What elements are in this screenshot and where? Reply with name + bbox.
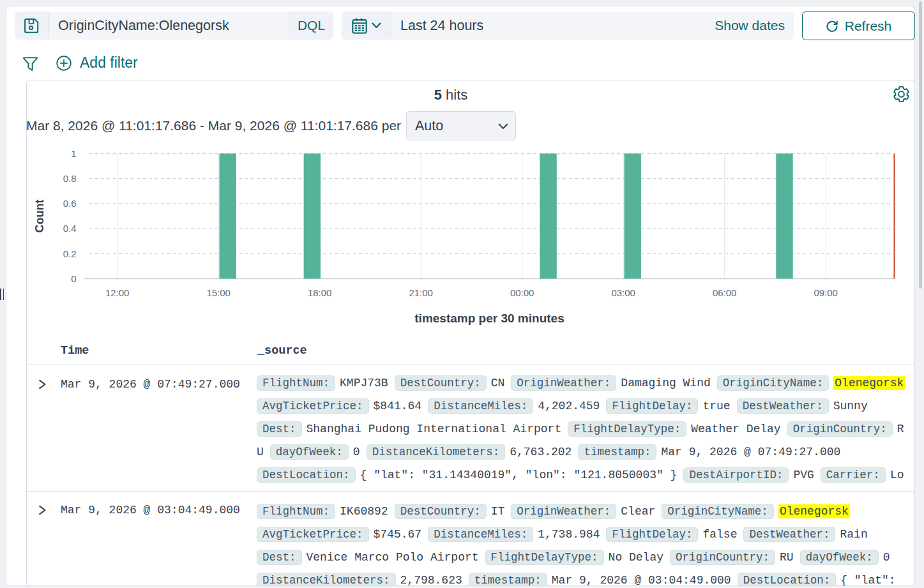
svg-text:Count: Count bbox=[33, 200, 46, 233]
svg-text:0.6: 0.6 bbox=[63, 198, 77, 209]
svg-text:15:00: 15:00 bbox=[206, 287, 231, 298]
svg-text:00:00: 00:00 bbox=[510, 287, 534, 298]
svg-text:0: 0 bbox=[71, 273, 76, 284]
svg-text:09:00: 09:00 bbox=[814, 287, 838, 298]
svg-text:0.4: 0.4 bbox=[63, 223, 77, 234]
svg-text:0.2: 0.2 bbox=[63, 248, 77, 259]
svg-text:12:00: 12:00 bbox=[105, 287, 130, 298]
svg-text:timestamp per 30 minutes: timestamp per 30 minutes bbox=[414, 312, 564, 325]
svg-text:21:00: 21:00 bbox=[409, 287, 433, 298]
svg-text:1: 1 bbox=[71, 148, 76, 159]
svg-text:18:00: 18:00 bbox=[308, 287, 332, 298]
svg-text:06:00: 06:00 bbox=[713, 287, 737, 298]
svg-text:03:00: 03:00 bbox=[611, 287, 635, 298]
svg-text:0.8: 0.8 bbox=[63, 173, 77, 184]
